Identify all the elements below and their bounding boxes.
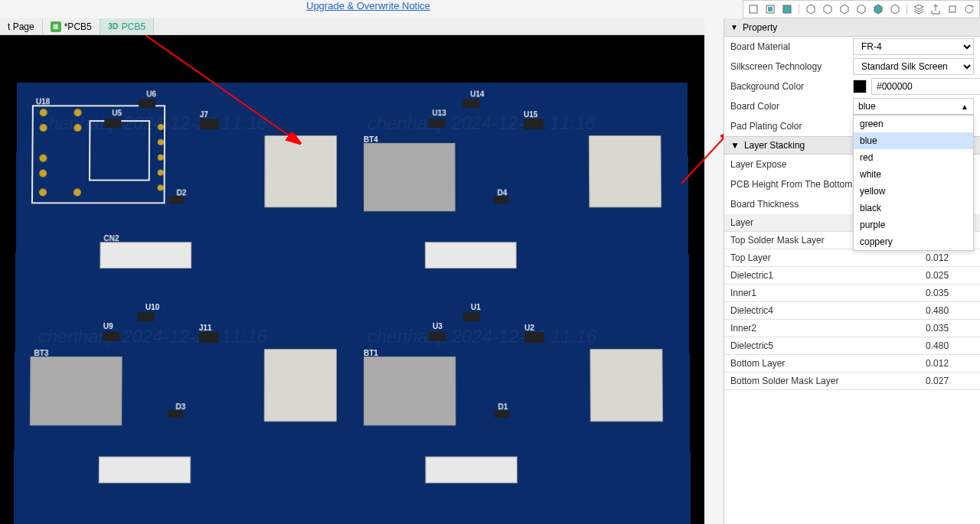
tab-pcb5[interactable]: ▦ *PCB5 (43, 18, 100, 34)
board-color-select[interactable]: blue ▲ (853, 98, 974, 115)
collapse-icon: ▼ (730, 23, 738, 31)
export-icon[interactable] (929, 2, 942, 16)
table-row[interactable]: Inner10.035 (724, 285, 980, 302)
battery-holder (364, 356, 456, 425)
3d-viewport[interactable]: chenhaiqi 2024-12-26 11:16 chenhaiqi 202… (0, 35, 704, 524)
color-option-red[interactable]: red (854, 149, 973, 166)
color-option-yellow[interactable]: yellow (854, 183, 973, 200)
view-toolbar (743, 0, 980, 18)
pad (158, 155, 164, 161)
layer-thickness: 0.012 (920, 249, 980, 267)
tab-label: PCB5 (122, 21, 145, 32)
silk-label: U6 (146, 90, 156, 99)
board-material-select[interactable]: FR-4 (853, 38, 974, 55)
view-iso1-icon[interactable] (804, 2, 818, 16)
component-outline (89, 120, 150, 181)
silk-label: U1 (471, 303, 481, 311)
component (494, 196, 509, 203)
tab-pcb5-3d[interactable]: 3D PCB5 (100, 18, 154, 34)
layer-thickness: 0.035 (920, 285, 980, 302)
component (200, 119, 220, 129)
property-panel: ▼ Property Board Material FR-4 Silkscree… (724, 18, 980, 524)
connector (100, 242, 191, 269)
prop-bgcolor: Background Color ↻ (724, 76, 980, 96)
watermark: chenhaiqi 2024-12-26 11:16 (368, 326, 596, 347)
view-iso5-icon[interactable] (871, 2, 885, 16)
svg-rect-3 (783, 5, 791, 13)
pad (39, 170, 47, 177)
color-option-blue[interactable]: blue (854, 132, 973, 149)
connector (99, 457, 191, 483)
color-option-white[interactable]: white (854, 166, 973, 183)
color-option-black[interactable]: black (854, 200, 973, 216)
bgcolor-input[interactable] (871, 78, 980, 95)
component (463, 312, 480, 321)
settings-icon[interactable] (946, 2, 959, 16)
layer-name: Dielectric5 (724, 337, 920, 355)
layer-thickness: 0.035 (920, 320, 980, 337)
panel-header[interactable]: ▼ Property (724, 18, 980, 37)
silk-label: U15 (524, 110, 537, 119)
pad (74, 109, 82, 116)
refresh-icon[interactable] (962, 2, 976, 16)
table-row[interactable]: Dielectric40.480 (724, 302, 980, 320)
table-row[interactable]: Top Layer0.012 (724, 249, 980, 267)
layer-name: Dielectric1 (724, 267, 920, 285)
component (139, 99, 155, 108)
table-row[interactable]: Dielectric10.025 (724, 267, 980, 285)
component (590, 349, 663, 421)
view-front-icon[interactable] (746, 2, 760, 16)
panel-body: Board Material FR-4 Silkscreen Technolog… (724, 37, 980, 524)
pad (39, 188, 47, 196)
prop-board-material: Board Material FR-4 (724, 37, 980, 57)
silk-label: U14 (470, 90, 484, 99)
view-iso2-icon[interactable] (821, 2, 835, 16)
watermark: chenhaiqi 2024-12-26 11:16 (368, 112, 596, 134)
collapse-icon: ▼ (730, 140, 740, 151)
view-side-icon[interactable] (780, 2, 794, 16)
table-row[interactable]: Bottom Solder Mask Layer0.027 (724, 373, 980, 390)
prop-label: Board Material (730, 41, 853, 52)
document-tabs: t Page ▦ *PCB5 3D PCB5 (0, 18, 704, 35)
layer-name: Inner1 (724, 285, 920, 302)
separator (906, 4, 907, 15)
prop-board-color: Board Color blue ▲ green blue red white … (724, 96, 980, 116)
component (264, 349, 337, 421)
chevron-up-icon: ▲ (961, 103, 969, 111)
layer-name: Bottom Layer (724, 355, 920, 373)
component (264, 135, 337, 207)
tab-start-page[interactable]: t Page (0, 18, 43, 34)
layers-icon[interactable] (912, 2, 926, 16)
table-row[interactable]: Bottom Layer0.012 (724, 355, 980, 373)
layer-name: Inner2 (724, 320, 920, 337)
connector (425, 457, 518, 483)
connector (425, 242, 517, 269)
prop-label: Board Thickness (730, 199, 853, 210)
component (104, 119, 121, 128)
pad (158, 170, 164, 176)
upgrade-link[interactable]: Upgrade & Overwrite Notice (306, 0, 430, 11)
color-option-green[interactable]: green (854, 116, 973, 132)
component (524, 332, 544, 343)
pad (158, 139, 164, 145)
prop-label: Pad Plating Color (730, 121, 853, 132)
view-iso4-icon[interactable] (854, 2, 868, 16)
silkscreen-select[interactable]: Standard Silk Screen (853, 58, 974, 75)
color-swatch[interactable] (853, 80, 867, 93)
prop-label: Layer Expose (730, 159, 853, 170)
color-option-coppery[interactable]: coppery (854, 233, 973, 250)
pad (74, 124, 81, 132)
select-value: blue (858, 101, 876, 112)
battery-holder (30, 356, 122, 425)
color-option-purple[interactable]: purple (854, 216, 973, 233)
component (524, 119, 544, 129)
component (589, 135, 662, 207)
table-row[interactable]: Inner20.035 (724, 320, 980, 337)
component (168, 410, 183, 418)
view-iso3-icon[interactable] (838, 2, 851, 16)
table-row[interactable]: Dielectric50.480 (724, 337, 980, 355)
tab-label: t Page (8, 21, 34, 32)
view-back-icon[interactable] (763, 2, 777, 16)
silk-label: U9 (103, 322, 113, 330)
view-iso6-icon[interactable] (888, 2, 902, 16)
